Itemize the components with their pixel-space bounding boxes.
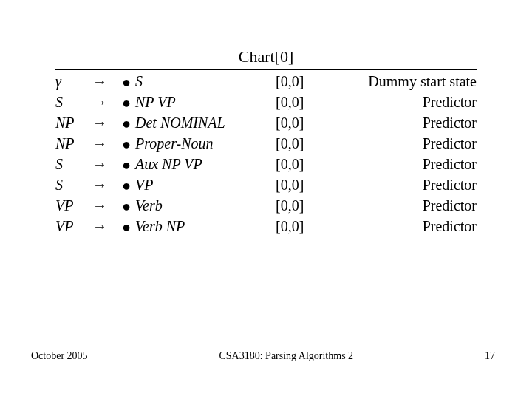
arrow-icon: → xyxy=(92,135,122,152)
dot-icon: ● xyxy=(122,136,135,153)
action-label: Dummy start state xyxy=(327,73,477,90)
action-label: Predictor xyxy=(327,197,477,214)
action-label: Predictor xyxy=(327,218,477,235)
production-rhs: Verb xyxy=(135,197,276,214)
state-span: [0,0] xyxy=(276,177,327,194)
action-label: Predictor xyxy=(327,115,477,132)
footer-date: October 2005 xyxy=(31,350,88,362)
production-rhs: VP xyxy=(135,177,276,194)
state-span: [0,0] xyxy=(276,135,327,152)
arrow-icon: → xyxy=(92,218,122,235)
dot-icon: ● xyxy=(122,219,135,236)
state-span: [0,0] xyxy=(276,197,327,214)
dot-icon: ● xyxy=(122,198,135,215)
arrow-icon: → xyxy=(92,115,122,132)
state-span: [0,0] xyxy=(276,94,327,111)
table-row: S→●Aux NP VP[0,0]Predictor xyxy=(55,156,477,177)
action-label: Predictor xyxy=(327,177,477,194)
table-row: NP→●Det NOMINAL[0,0]Predictor xyxy=(55,115,477,135)
state-span: [0,0] xyxy=(276,115,327,132)
arrow-icon: → xyxy=(92,197,122,214)
footer-page: 17 xyxy=(485,350,495,362)
action-label: Predictor xyxy=(327,135,477,152)
dot-icon: ● xyxy=(122,95,135,112)
production-rhs: NP VP xyxy=(135,94,276,111)
table-row: VP→●Verb[0,0]Predictor xyxy=(55,197,477,218)
action-label: Predictor xyxy=(327,156,477,173)
production-lhs: S xyxy=(55,177,92,194)
dot-icon: ● xyxy=(122,74,135,91)
table-row: NP→●Proper-Noun[0,0]Predictor xyxy=(55,135,477,156)
state-span: [0,0] xyxy=(276,73,327,90)
production-lhs: γ xyxy=(55,73,92,90)
arrow-icon: → xyxy=(92,156,122,173)
under-rule xyxy=(55,69,477,70)
production-lhs: VP xyxy=(55,197,92,214)
table-row: S→●VP[0,0]Predictor xyxy=(55,177,477,197)
production-rhs: Verb NP xyxy=(135,218,276,235)
arrow-icon: → xyxy=(92,177,122,194)
production-lhs: S xyxy=(55,94,92,111)
arrow-icon: → xyxy=(92,94,122,111)
state-span: [0,0] xyxy=(276,156,327,173)
dot-icon: ● xyxy=(122,115,135,132)
production-rhs: S xyxy=(135,73,276,90)
parse-table: γ→●S[0,0]Dummy start stateS→●NP VP[0,0]P… xyxy=(55,73,477,239)
dot-icon: ● xyxy=(122,157,135,174)
table-row: VP→●Verb NP[0,0]Predictor xyxy=(55,218,477,239)
chart-title: Chart[0] xyxy=(55,46,477,69)
table-row: S→●NP VP[0,0]Predictor xyxy=(55,94,477,115)
production-rhs: Proper-Noun xyxy=(135,135,276,152)
slide-footer: October 2005 CSA3180: Parsing Algorithms… xyxy=(0,350,532,362)
production-rhs: Det NOMINAL xyxy=(135,115,276,132)
production-rhs: Aux NP VP xyxy=(135,156,276,173)
dot-icon: ● xyxy=(122,177,135,194)
production-lhs: NP xyxy=(55,135,92,152)
table-row: γ→●S[0,0]Dummy start state xyxy=(55,73,477,94)
production-lhs: VP xyxy=(55,218,92,235)
production-lhs: NP xyxy=(55,115,92,132)
arrow-icon: → xyxy=(92,73,122,90)
slide-content: Chart[0] γ→●S[0,0]Dummy start stateS→●NP… xyxy=(55,41,477,239)
footer-course: CSA3180: Parsing Algorithms 2 xyxy=(219,350,353,362)
top-rule xyxy=(55,41,477,41)
action-label: Predictor xyxy=(327,94,477,111)
production-lhs: S xyxy=(55,156,92,173)
state-span: [0,0] xyxy=(276,218,327,235)
